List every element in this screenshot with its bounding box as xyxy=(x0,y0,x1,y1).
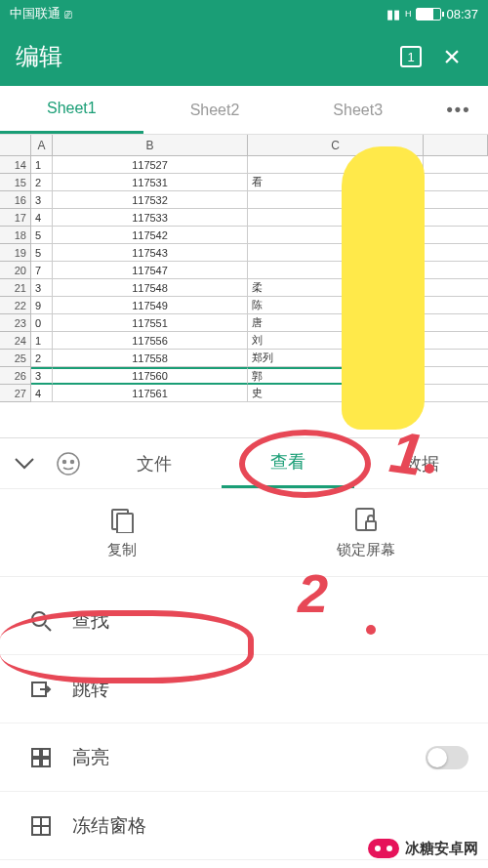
cell[interactable]: 1 xyxy=(31,332,53,350)
cell[interactable]: 117547 xyxy=(53,262,248,279)
search-icon xyxy=(29,610,53,632)
cell[interactable]: 117548 xyxy=(53,279,248,297)
cell[interactable]: 117560 xyxy=(53,367,248,385)
find-menu-item[interactable]: 查找 xyxy=(0,587,488,655)
lock-screen-button[interactable]: 锁定屏幕 xyxy=(244,489,488,576)
cell[interactable]: 2 xyxy=(31,350,53,367)
app-header: 编辑 1 × xyxy=(0,27,488,86)
cell[interactable]: 117558 xyxy=(53,350,248,367)
cell[interactable]: 5 xyxy=(31,227,53,244)
svg-rect-6 xyxy=(117,514,133,533)
cell[interactable]: 4 xyxy=(31,209,53,227)
network-icon: H xyxy=(405,9,412,19)
row-number[interactable]: 23 xyxy=(0,314,31,332)
sheet-tab-3[interactable]: Sheet3 xyxy=(286,86,429,134)
col-header-a[interactable]: A xyxy=(31,135,53,155)
copy-label: 复制 xyxy=(107,541,137,559)
row-number[interactable]: 27 xyxy=(0,385,31,402)
cell[interactable]: 9 xyxy=(31,297,53,314)
cell[interactable]: 3 xyxy=(31,279,53,297)
cell[interactable]: 0 xyxy=(31,314,53,332)
cell[interactable]: 1 xyxy=(31,156,53,174)
goto-label: 跳转 xyxy=(72,677,109,702)
goto-menu-item[interactable]: 跳转 xyxy=(0,655,488,723)
row-number[interactable]: 16 xyxy=(0,191,31,209)
more-sheets-button[interactable]: ••• xyxy=(429,86,488,134)
cell[interactable]: 117527 xyxy=(53,156,248,174)
panel-tab-bar: 文件 查看 数据 xyxy=(0,438,488,489)
svg-rect-8 xyxy=(366,521,376,530)
col-header-b[interactable]: B xyxy=(53,135,248,155)
cell[interactable]: 117533 xyxy=(53,209,248,227)
action-row: 复制 锁定屏幕 xyxy=(0,489,488,577)
clock: 08:37 xyxy=(446,7,478,21)
cell[interactable]: 117542 xyxy=(53,227,248,244)
svg-rect-12 xyxy=(32,749,40,757)
watermark-text: 冰糖安卓网 xyxy=(405,840,478,858)
cell[interactable]: 3 xyxy=(31,191,53,209)
tab-view[interactable]: 查看 xyxy=(222,438,355,488)
row-number[interactable]: 19 xyxy=(0,244,31,262)
cell[interactable]: 117556 xyxy=(53,332,248,350)
cell[interactable]: 117543 xyxy=(53,244,248,262)
svg-rect-13 xyxy=(42,749,50,757)
carrier-label: 中国联通 xyxy=(10,5,61,22)
cell[interactable]: 5 xyxy=(31,244,53,262)
svg-point-4 xyxy=(71,460,74,463)
signal-icon: ▮▮ xyxy=(386,7,400,21)
cell[interactable]: 117561 xyxy=(53,385,248,402)
cell[interactable]: 3 xyxy=(31,367,53,385)
copy-button[interactable]: 复制 xyxy=(0,489,244,576)
tab-data[interactable]: 数据 xyxy=(354,438,488,488)
highlight-icon xyxy=(29,747,53,768)
freeze-label: 冻结窗格 xyxy=(72,813,146,839)
cell[interactable]: 117549 xyxy=(53,297,248,314)
highlight-label: 高亮 xyxy=(72,745,109,770)
sim-icon: ⎚ xyxy=(64,7,72,21)
status-bar: 中国联通 ⎚ ▮▮ H 08:37 xyxy=(0,0,488,27)
row-number[interactable]: 24 xyxy=(0,332,31,350)
svg-text:1: 1 xyxy=(407,50,414,64)
svg-point-2 xyxy=(58,453,79,475)
lock-label: 锁定屏幕 xyxy=(337,541,395,559)
row-number[interactable]: 22 xyxy=(0,297,31,314)
svg-rect-14 xyxy=(32,759,40,766)
sheet-tab-1[interactable]: Sheet1 xyxy=(0,86,143,134)
row-number[interactable]: 21 xyxy=(0,279,31,297)
highlight-toggle[interactable] xyxy=(426,746,468,769)
row-number[interactable]: 18 xyxy=(0,227,31,244)
svg-rect-15 xyxy=(42,759,50,766)
cell[interactable]: 4 xyxy=(31,385,53,402)
cell[interactable]: 117531 xyxy=(53,174,248,191)
svg-point-9 xyxy=(32,612,46,626)
yellow-annotation xyxy=(342,146,425,430)
cell[interactable]: 2 xyxy=(31,174,53,191)
cell[interactable]: 7 xyxy=(31,262,53,279)
row-number[interactable]: 20 xyxy=(0,262,31,279)
row-number[interactable]: 15 xyxy=(0,174,31,191)
collapse-button[interactable] xyxy=(0,457,49,471)
freeze-icon xyxy=(29,815,53,837)
close-button[interactable]: × xyxy=(431,40,472,73)
row-number[interactable]: 25 xyxy=(0,350,31,367)
sheet-tab-2[interactable]: Sheet2 xyxy=(143,86,287,134)
row-number[interactable]: 17 xyxy=(0,209,31,227)
page-title: 编辑 xyxy=(16,41,390,72)
find-label: 查找 xyxy=(72,608,109,634)
assistant-icon[interactable] xyxy=(49,451,88,476)
row-number[interactable]: 26 xyxy=(0,367,31,385)
battery-icon xyxy=(416,8,441,21)
watermark: 冰糖安卓网 xyxy=(368,839,478,858)
row-number[interactable]: 14 xyxy=(0,156,31,174)
tab-file[interactable]: 文件 xyxy=(88,438,222,488)
svg-line-10 xyxy=(45,625,51,631)
watermark-logo-icon xyxy=(368,839,399,858)
corner-cell[interactable] xyxy=(0,135,31,155)
cell[interactable]: 117532 xyxy=(53,191,248,209)
bottom-panel: 文件 查看 数据 复制 锁定屏幕 查找 跳转 高亮 xyxy=(0,437,488,860)
tabs-button[interactable]: 1 xyxy=(390,44,431,69)
highlight-menu-item[interactable]: 高亮 xyxy=(0,723,488,792)
goto-icon xyxy=(29,679,53,700)
svg-point-3 xyxy=(63,460,66,463)
cell[interactable]: 117551 xyxy=(53,314,248,332)
